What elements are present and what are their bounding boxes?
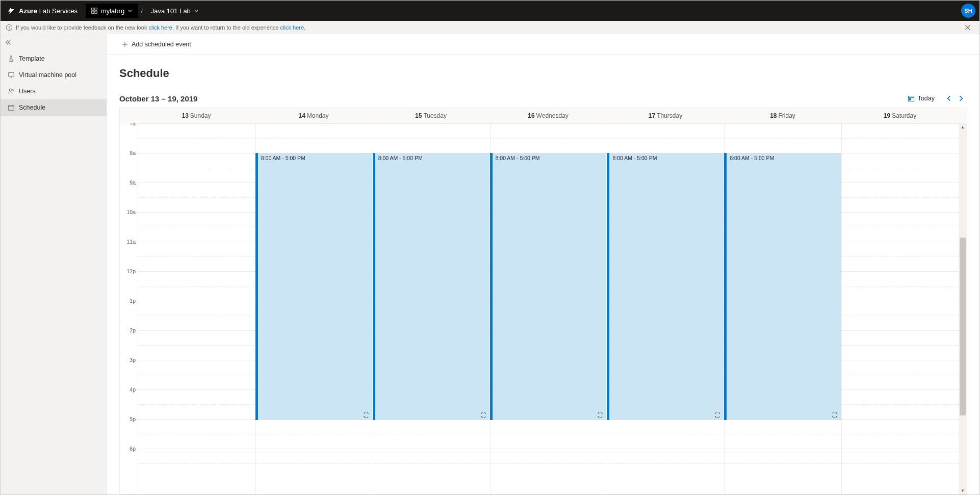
- date-range: October 13 – 19, 2019: [119, 94, 197, 103]
- sidebar-item-users[interactable]: Users: [1, 83, 107, 99]
- add-button-label: Add scheduled event: [132, 41, 191, 48]
- time-gutter: 7a8a9a10a11a12p1p2p3p4p5p6p: [120, 123, 138, 494]
- chevron-down-icon: [194, 8, 199, 13]
- scheduled-event[interactable]: 8:00 AM - 5:00 PM: [373, 153, 489, 420]
- command-bar: Add scheduled event: [107, 34, 979, 55]
- sidebar-item-schedule[interactable]: Schedule: [1, 99, 107, 116]
- breadcrumb-lab[interactable]: Java 101 Lab: [146, 4, 204, 18]
- breadcrumb-separator: /: [138, 7, 146, 15]
- recurring-icon: [480, 412, 486, 418]
- sidebar-item-label: Schedule: [19, 104, 45, 111]
- scheduled-event[interactable]: 8:00 AM - 5:00 PM: [724, 153, 841, 420]
- svg-rect-0: [92, 8, 94, 10]
- scroll-up-button[interactable]: ▲: [959, 123, 967, 131]
- day-header-wed: 16Wednesday: [489, 108, 607, 123]
- top-bar: Azure Lab Services mylabrg / Java 101 La…: [1, 1, 979, 21]
- sidebar: Template Virtual machine pool Users Sche…: [1, 34, 107, 494]
- sidebar-item-template[interactable]: Template: [1, 50, 107, 67]
- hour-label: 5p: [130, 416, 136, 422]
- svg-rect-9: [9, 106, 14, 111]
- sidebar-item-label: Virtual machine pool: [19, 71, 76, 79]
- scheduled-event[interactable]: 8:00 AM - 5:00 PM: [490, 153, 607, 420]
- hour-label: 6p: [130, 446, 136, 452]
- svg-rect-1: [95, 8, 97, 10]
- info-text: If you would like to provide feedback on…: [16, 24, 305, 31]
- collapse-sidebar-button[interactable]: [1, 34, 107, 50]
- sidebar-item-label: Template: [19, 55, 45, 62]
- chevron-down-icon: [127, 8, 133, 13]
- info-bar: If you would like to provide feedback on…: [1, 21, 979, 34]
- event-time-label: 8:00 AM - 5:00 PM: [496, 155, 540, 161]
- main-panel: Add scheduled event Schedule October 13 …: [107, 34, 979, 494]
- breadcrumb-lab-label: Java 101 Lab: [151, 7, 191, 15]
- hour-label: 9a: [130, 179, 136, 186]
- day-header-sun: 13Sunday: [138, 108, 255, 123]
- old-experience-link[interactable]: click here: [280, 24, 304, 31]
- calendar-scrollbar[interactable]: ▲ ▼: [959, 123, 967, 494]
- svg-rect-11: [909, 99, 911, 100]
- next-week-button[interactable]: [955, 92, 967, 105]
- add-scheduled-event-button[interactable]: Add scheduled event: [119, 37, 193, 52]
- hour-label: 7a: [130, 123, 136, 126]
- calendar-today-icon: [908, 95, 915, 102]
- svg-point-7: [9, 89, 11, 91]
- chevron-double-left-icon: [5, 39, 12, 46]
- hour-label: 1p: [130, 298, 136, 304]
- hour-label: 8a: [130, 150, 136, 156]
- day-header-thu: 17Thursday: [607, 108, 724, 123]
- hour-label: 10a: [126, 209, 136, 215]
- calendar-icon: [8, 104, 15, 111]
- day-header-sat: 19Saturday: [841, 108, 959, 123]
- calendar-header: October 13 – 19, 2019 Today: [119, 92, 967, 105]
- flask-icon: [8, 55, 15, 62]
- hour-label: 3p: [130, 357, 136, 363]
- today-label: Today: [918, 95, 935, 102]
- event-time-label: 8:00 AM - 5:00 PM: [261, 155, 305, 161]
- azure-icon: [7, 6, 16, 15]
- day-header-tue: 15Tuesday: [372, 108, 489, 123]
- scrollbar-thumb[interactable]: [960, 238, 966, 416]
- users-icon: [8, 88, 15, 95]
- recurring-icon: [597, 412, 603, 418]
- recurring-icon: [363, 412, 369, 418]
- scheduled-event[interactable]: 8:00 AM - 5:00 PM: [607, 153, 724, 420]
- day-header-mon: 14Monday: [255, 108, 372, 123]
- scheduled-event[interactable]: 8:00 AM - 5:00 PM: [255, 153, 372, 420]
- scroll-down-button[interactable]: ▼: [959, 487, 967, 494]
- brand-rest: Lab Services: [39, 7, 78, 15]
- info-icon: [6, 24, 13, 31]
- sidebar-item-vmpool[interactable]: Virtual machine pool: [1, 67, 107, 83]
- close-icon[interactable]: [964, 24, 971, 31]
- hour-label: 2p: [130, 327, 136, 333]
- svg-rect-6: [9, 73, 14, 76]
- calendar-grid[interactable]: 8:00 AM - 5:00 PM8:00 AM - 5:00 PM8:00 A…: [138, 123, 959, 494]
- user-avatar[interactable]: SH: [961, 4, 975, 18]
- hour-label: 11a: [126, 239, 136, 245]
- svg-point-5: [9, 25, 10, 26]
- svg-point-8: [12, 90, 13, 91]
- prev-week-button[interactable]: [943, 92, 955, 105]
- sidebar-item-label: Users: [19, 88, 36, 95]
- hour-label: 12p: [126, 268, 136, 274]
- event-time-label: 8:00 AM - 5:00 PM: [612, 155, 657, 161]
- svg-rect-2: [92, 11, 94, 13]
- event-time-label: 8:00 AM - 5:00 PM: [378, 155, 423, 161]
- recurring-icon: [832, 412, 838, 418]
- day-header-row: 13Sunday 14Monday 15Tuesday 16Wednesday …: [120, 108, 967, 123]
- feedback-link[interactable]: click here: [149, 24, 172, 31]
- calendar-grid-wrap: 7a8a9a10a11a12p1p2p3p4p5p6p 8:00 AM - 5:…: [120, 123, 967, 494]
- calendar: 13Sunday 14Monday 15Tuesday 16Wednesday …: [119, 108, 967, 494]
- plus-icon: [121, 41, 128, 48]
- recurring-icon: [714, 412, 720, 418]
- hour-label: 4p: [130, 386, 136, 393]
- event-time-label: 8:00 AM - 5:00 PM: [730, 155, 774, 161]
- page-title: Schedule: [119, 67, 967, 80]
- chevron-right-icon: [958, 95, 965, 102]
- resource-group-icon: [91, 7, 98, 14]
- today-button[interactable]: Today: [905, 93, 938, 104]
- breadcrumb-rg-label: mylabrg: [101, 7, 124, 15]
- chevron-left-icon: [945, 95, 952, 102]
- monitor-icon: [8, 71, 15, 79]
- breadcrumb-resource-group[interactable]: mylabrg: [86, 4, 138, 18]
- brand-logo[interactable]: Azure Lab Services: [7, 6, 78, 15]
